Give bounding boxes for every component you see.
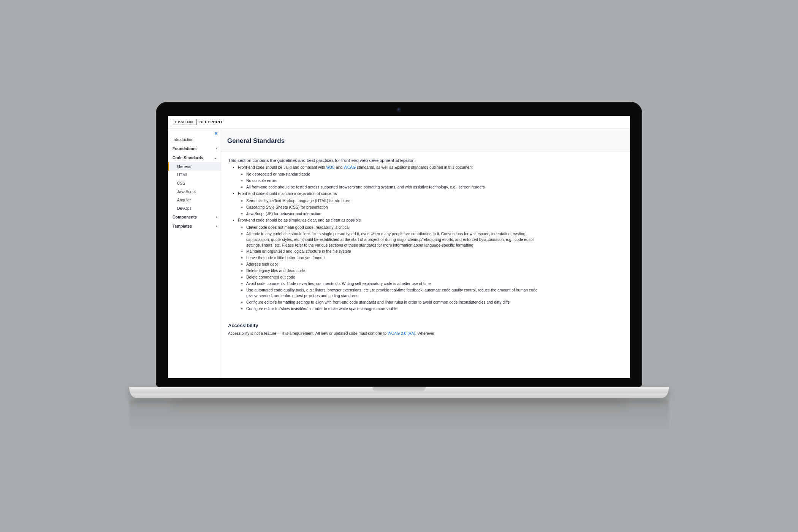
nav-templates[interactable]: Templates › <box>168 222 221 231</box>
sublist: No deprecated or non-standard code No co… <box>238 172 549 190</box>
laptop-lid: EPSILON BLUEPRINT ✕ Introduction Foundat… <box>156 102 642 387</box>
list-item: No deprecated or non-standard code <box>246 172 549 177</box>
nav-label: Templates <box>173 224 192 228</box>
main-content: General Standards This section contains … <box>221 129 630 378</box>
text: Accessibility is not a feature — it is a… <box>228 331 388 336</box>
nav-label: Components <box>173 215 197 219</box>
sublist: Clever code does not mean good code; rea… <box>238 225 549 312</box>
list-item: All code in any codebase should look lik… <box>246 231 549 249</box>
nav-label: Code Standards <box>173 155 203 160</box>
text: and <box>335 165 344 169</box>
accessibility-heading: Accessibility <box>228 323 549 328</box>
list-item: Delete commented out code <box>246 275 549 280</box>
sublist: Semantic HyperText Markup Language (HTML… <box>238 198 549 217</box>
nav-code-standards[interactable]: Code Standards ⌄ <box>168 153 221 162</box>
list-item: All front-end code should be tested acro… <box>246 185 549 190</box>
list-item: Maintain an organized and logical struct… <box>246 249 549 255</box>
chevron-right-icon: › <box>216 215 217 219</box>
chevron-right-icon: › <box>216 147 217 150</box>
subnav-angular[interactable]: Angular <box>168 196 221 204</box>
chevron-down-icon: ⌄ <box>214 156 217 160</box>
text: . Wherever <box>415 331 434 336</box>
list-item: Clever code does not mean good code; rea… <box>246 225 549 231</box>
laptop-screen: EPSILON BLUEPRINT ✕ Introduction Foundat… <box>168 116 630 378</box>
page-title: General Standards <box>227 137 624 145</box>
brand-subtitle: BLUEPRINT <box>200 120 223 124</box>
subnav-css[interactable]: CSS <box>168 179 221 187</box>
nav-foundations[interactable]: Foundations › <box>168 144 221 153</box>
laptop-notch <box>372 387 426 392</box>
nav-components[interactable]: Components › <box>168 212 221 222</box>
link-wcag-aa[interactable]: WCAG 2.0 (AA) <box>388 331 415 336</box>
list-item: Use automated code quality tools, e.g.: … <box>246 288 549 299</box>
subnav-general[interactable]: General <box>168 162 221 171</box>
close-icon[interactable]: ✕ <box>213 131 218 136</box>
app-body: ✕ Introduction Foundations › Code Standa… <box>168 129 630 378</box>
app-root: EPSILON BLUEPRINT ✕ Introduction Foundat… <box>168 116 630 378</box>
text: standards, as well as Epsilon's standard… <box>356 165 473 169</box>
subnav-javascript[interactable]: JavaScript <box>168 187 221 196</box>
list-item: Configure editor to "show invisibles" in… <box>246 306 549 312</box>
nav-label: Foundations <box>173 146 196 151</box>
list-item: Cascading Style Sheets (CSS) for present… <box>246 205 549 211</box>
webcam-icon <box>397 108 401 112</box>
laptop-mockup: EPSILON BLUEPRINT ✕ Introduction Foundat… <box>156 102 642 431</box>
list-item: Semantic HyperText Markup Language (HTML… <box>246 198 549 204</box>
list-item: Avoid code comments. Code never lies; co… <box>246 281 549 287</box>
topbar: EPSILON BLUEPRINT <box>168 116 630 129</box>
list-item: Leave the code a little better than you … <box>246 255 549 261</box>
subnav-html[interactable]: HTML <box>168 171 221 179</box>
list-item: Address tech debt <box>246 262 549 268</box>
subnav-devops[interactable]: DevOps <box>168 204 221 212</box>
list-item: Front-end code should be as simple, as c… <box>238 218 549 312</box>
content-body: This section contains the guidelines and… <box>221 152 556 345</box>
list-item: Delete legacy files and dead code <box>246 268 549 274</box>
sidebar: ✕ Introduction Foundations › Code Standa… <box>168 129 221 378</box>
link-w3c[interactable]: W3C <box>326 165 335 169</box>
text: Front-end code should maintain a separat… <box>238 192 337 196</box>
nav-label: Introduction <box>173 137 193 142</box>
laptop-reflection <box>129 400 669 431</box>
intro-paragraph: This section contains the guidelines and… <box>228 158 549 163</box>
page-header: General Standards <box>221 129 630 152</box>
text: Front-end code should be as simple, as c… <box>238 218 361 222</box>
list-item: No console errors <box>246 178 549 184</box>
nav-list: Introduction Foundations › Code Standard… <box>168 135 221 231</box>
list-item: Front-end code should maintain a separat… <box>238 191 549 217</box>
laptop-base <box>129 387 669 398</box>
list-item: Configure editor's formatting settings t… <box>246 300 549 306</box>
chevron-right-icon: › <box>216 224 217 228</box>
list-item: JavaScript (JS) for behavior and interac… <box>246 211 549 217</box>
link-wcag[interactable]: WCAG <box>344 165 356 169</box>
brand-badge: EPSILON <box>172 119 196 125</box>
standards-list: Front-end code should be valid and compl… <box>228 165 549 312</box>
subnav-code-standards: General HTML CSS JavaScript Angular DevO… <box>168 162 221 212</box>
accessibility-paragraph: Accessibility is not a feature — it is a… <box>228 331 549 336</box>
list-item: Front-end code should be valid and compl… <box>238 165 549 191</box>
text: Front-end code should be valid and compl… <box>238 165 326 169</box>
